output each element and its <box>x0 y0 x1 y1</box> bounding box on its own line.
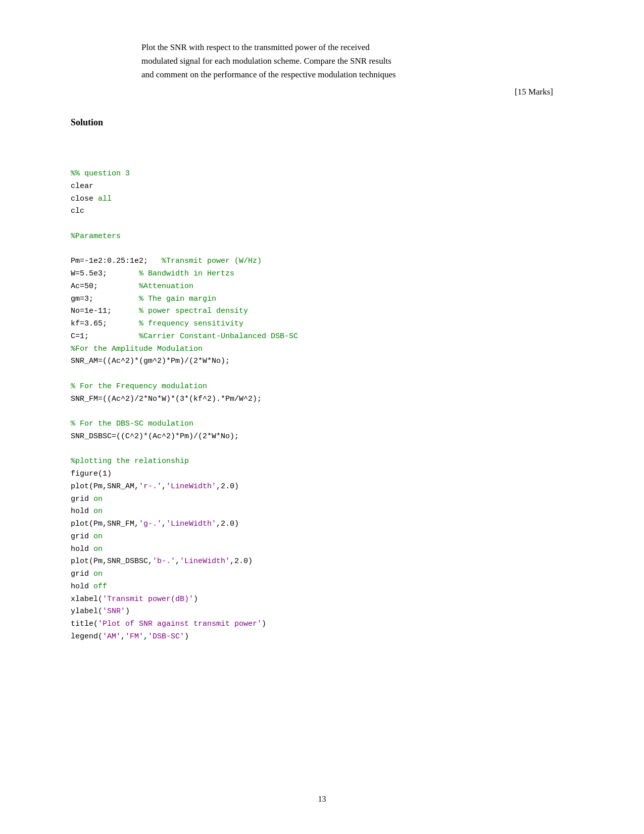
code-line: SNR_DSBSC=((C^2)*(Ac^2)*Pm)/(2*W*No); <box>71 431 573 443</box>
normal-part: , <box>162 520 166 528</box>
comment-part: %Attenuation <box>139 282 193 291</box>
code-line: %For the Amplitude Modulation <box>71 343 573 356</box>
code-line: % For the Frequency modulation <box>71 381 573 393</box>
normal-part: , <box>121 632 125 641</box>
string-part: 'Plot of SNR against transmit power' <box>98 620 262 628</box>
code-line: figure(1) <box>71 468 573 481</box>
code-line: grid on <box>71 531 573 543</box>
normal-part: C=1; <box>71 332 139 341</box>
code-text: figure(1) <box>71 470 112 478</box>
normal-part: legend( <box>71 632 103 641</box>
string-part: 'AM' <box>103 632 121 641</box>
code-line: kf=3.65; % frequency sensitivity <box>71 318 573 331</box>
intro-line1: Plot the SNR with respect to the transmi… <box>141 42 370 52</box>
intro-line2: modulated signal for each modulation sch… <box>141 56 391 66</box>
normal-part: , <box>162 482 166 491</box>
normal-part: grid <box>71 532 93 541</box>
comment-part: % power spectral density <box>139 307 248 315</box>
normal-part: ) <box>262 620 266 628</box>
comment-text: % For the Frequency modulation <box>71 382 207 391</box>
comment-text: %Parameters <box>71 232 121 241</box>
code-line: No=1e-11; % power spectral density <box>71 305 573 318</box>
comment-part: on <box>93 532 103 541</box>
normal-part: ,2.0) <box>216 520 239 528</box>
code-line: hold off <box>71 581 573 593</box>
normal-part: W=5.5e3; <box>71 269 139 278</box>
string-part: 'LineWidth' <box>166 520 216 528</box>
comment-text: %plotting the relationship <box>71 457 189 466</box>
normal-part: hold <box>71 545 93 553</box>
code-line: Pm=-1e2:0.25:1e2; %Transmit power (W/Hz) <box>71 255 573 268</box>
code-line: gm=3; % The gain margin <box>71 293 573 306</box>
normal-part: hold <box>71 582 93 591</box>
comment-part: on <box>93 545 103 553</box>
normal-part: ylabel( <box>71 607 103 616</box>
string-part: 'g-.' <box>139 520 162 528</box>
code-line: ylabel('SNR') <box>71 606 573 618</box>
normal-part: close <box>71 195 98 203</box>
normal-part: , <box>175 557 180 566</box>
string-part: 'r-.' <box>139 482 162 491</box>
code-line: grid on <box>71 493 573 506</box>
code-line: %% question 3 <box>71 168 573 180</box>
comment-part: all <box>98 195 112 203</box>
normal-part: ) <box>193 595 198 604</box>
normal-part: Ac=50; <box>71 282 139 291</box>
code-line: title('Plot of SNR against transmit powe… <box>71 618 573 631</box>
normal-part: grid <box>71 570 93 578</box>
code-line: xlabel('Transmit power(dB)') <box>71 593 573 606</box>
string-part: 'LineWidth' <box>166 482 216 491</box>
code-line: clc <box>71 205 573 218</box>
comment-part: on <box>93 507 103 516</box>
code-line: hold on <box>71 505 573 518</box>
comment-part: off <box>93 582 107 591</box>
normal-part: ) <box>184 632 189 641</box>
code-line <box>71 218 573 230</box>
comment-text: % For the DBS-SC modulation <box>71 420 193 428</box>
code-line: grid on <box>71 568 573 581</box>
comment-part: % Bandwidth in Hertzs <box>139 269 234 278</box>
comment-part: on <box>93 570 103 578</box>
normal-part: ) <box>125 607 130 616</box>
code-text: SNR_AM=((Ac^2)*(gm^2)*Pm)/(2*W*No); <box>71 357 230 365</box>
normal-part: plot(Pm,SNR_FM, <box>71 520 139 528</box>
page: Plot the SNR with respect to the transmi… <box>0 0 644 834</box>
code-text: clear <box>71 182 93 191</box>
normal-part: ,2.0) <box>230 557 253 566</box>
code-text: clc <box>71 207 84 215</box>
code-line: plot(Pm,SNR_FM,'g-.','LineWidth',2.0) <box>71 518 573 531</box>
code-line: % For the DBS-SC modulation <box>71 418 573 431</box>
intro-line3: and comment on the performance of the re… <box>141 70 396 79</box>
code-line: clear <box>71 180 573 193</box>
code-text: SNR_FM=((Ac^2)/2*No*W)*(3*(kf^2).*Pm/W^2… <box>71 395 262 403</box>
string-part: 'Transmit power(dB)' <box>103 595 193 604</box>
comment-part: % The gain margin <box>139 295 216 303</box>
code-line: plot(Pm,SNR_DSBSC,'b-.','LineWidth',2.0) <box>71 555 573 568</box>
comment-part: % frequency sensitivity <box>139 319 243 328</box>
normal-part: Pm=-1e2:0.25:1e2; <box>71 257 162 265</box>
page-number: 13 <box>318 795 326 804</box>
code-line: close all <box>71 193 573 206</box>
normal-part: , <box>143 632 148 641</box>
code-line: legend('AM','FM','DSB-SC') <box>71 631 573 643</box>
string-part: 'LineWidth' <box>180 557 230 566</box>
code-line: SNR_AM=((Ac^2)*(gm^2)*Pm)/(2*W*No); <box>71 355 573 368</box>
code-line: %Parameters <box>71 230 573 243</box>
normal-part: grid <box>71 495 93 503</box>
code-block: %% question 3clearclose allclc %Paramete… <box>71 143 573 643</box>
code-line: Ac=50; %Attenuation <box>71 281 573 293</box>
comment-part: on <box>93 495 103 503</box>
code-line: W=5.5e3; % Bandwidth in Hertzs <box>71 268 573 281</box>
normal-part: hold <box>71 507 93 516</box>
code-line: %plotting the relationship <box>71 455 573 468</box>
code-line <box>71 405 573 418</box>
comment-part: %Transmit power (W/Hz) <box>162 257 262 265</box>
code-line <box>71 368 573 381</box>
code-line: C=1; %Carrier Constant-Unbalanced DSB-SC <box>71 331 573 343</box>
string-part: 'SNR' <box>103 607 125 616</box>
code-text: SNR_DSBSC=((C^2)*(Ac^2)*Pm)/(2*W*No); <box>71 432 239 441</box>
code-line: plot(Pm,SNR_AM,'r-.','LineWidth',2.0) <box>71 481 573 493</box>
comment-part: %Carrier Constant-Unbalanced DSB-SC <box>139 332 298 341</box>
string-part: 'DSB-SC' <box>148 632 184 641</box>
code-line <box>71 443 573 456</box>
